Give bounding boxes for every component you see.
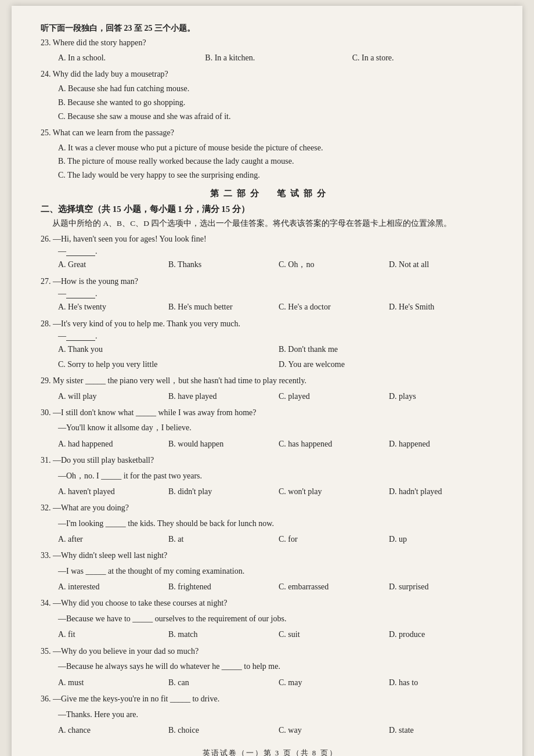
q28-options: A. Thank you B. Don't thank me C. Sorry … [58, 342, 499, 371]
q35-options: A. must B. can C. may D. has to [58, 675, 499, 690]
question-25: 25. What can we learn from the passage? [41, 126, 499, 140]
section2-instruction: 从题中所给的 A、B、C、D 四个选项中，选出一个最佳答案。将代表该答案的字母在… [52, 217, 499, 230]
q27-options: A. He's twenty B. He's much better C. He… [58, 300, 499, 314]
q33-options: A. interested B. frightened C. embarrass… [58, 579, 499, 594]
question-28: 28. —It's very kind of you to help me. T… [41, 317, 499, 331]
question-35: 35. —Why do you believe in your dad so m… [41, 645, 499, 658]
q29-options: A. will play B. have played C. played D.… [58, 389, 499, 404]
q23-options: A. In a school. B. In a kitchen. C. In a… [58, 51, 499, 65]
question-31: 31. —Do you still play basketball? [41, 453, 499, 467]
q34-options: A. fit B. match C. suit D. produce [58, 627, 499, 642]
listen-header: 听下面一段独白，回答 23 至 25 三个小题。 [41, 23, 499, 34]
question-26: 26. —Hi, haven't seen you for ages! You … [41, 232, 499, 246]
q36-options: A. chance B. choice C. way D. state [58, 723, 499, 737]
question-23: 23. Where did the story happen? [41, 36, 499, 50]
q25-options: A. It was a clever mouse who put a pictu… [58, 141, 499, 182]
question-24: 24. Why did the lady buy a mousetrap? [41, 67, 499, 81]
question-36: 36. —Give me the keys-you're in no fit _… [41, 692, 499, 706]
q26-options: A. Great B. Thanks C. Oh，no D. Not at al… [58, 257, 499, 272]
question-30: 30. —I still don't know what _____ while… [41, 406, 499, 420]
question-34: 34. —Why did you choose to take these co… [41, 596, 499, 610]
q30-options: A. had happened B. would happen C. has h… [58, 437, 499, 451]
q31-options: A. haven't played B. didn't play C. won'… [58, 484, 499, 499]
question-33: 33. —Why didn't sleep well last night? [41, 549, 499, 563]
part2-title: 第二部分 笔试部分 [41, 188, 499, 199]
question-27: 27. —How is the young man? [41, 275, 499, 289]
section2-header: 二、选择填空（共 15 小题，每小题 1 分，满分 15 分） [41, 204, 499, 215]
question-32: 32. —What are you doing? [41, 501, 499, 515]
q24-options: A. Because she had fun catching mouse. B… [58, 82, 499, 123]
footer-text: 英语试卷（一）第 3 页（共 8 页） [41, 748, 499, 756]
question-29: 29. My sister _____ the piano very well，… [41, 374, 499, 388]
q32-options: A. after B. at C. for D. up [58, 532, 499, 546]
exam-page: 听下面一段独白，回答 23 至 25 三个小题。 23. Where did t… [12, 6, 522, 756]
